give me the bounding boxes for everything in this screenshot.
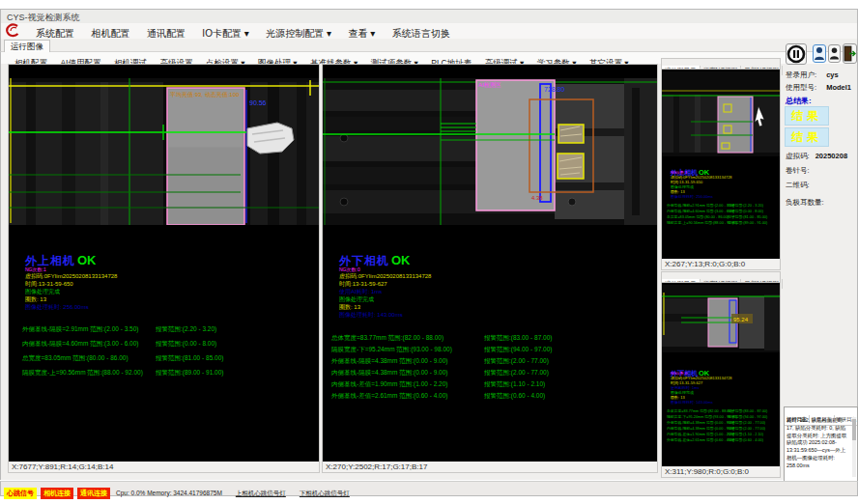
login-user-value: cys bbox=[826, 70, 839, 79]
cpu-memory-text: Cpu: 0.0% Memory: 3424.41796875M bbox=[116, 490, 222, 496]
film-region-box bbox=[718, 97, 753, 153]
ai-region-label: AI检测区 bbox=[478, 81, 501, 88]
small-view-bottom[interactable]: 95.24 外下相机OK NG次数:0 虚拟码:0FYIim2025020813… bbox=[661, 282, 781, 468]
alarm-range: 报警范围:(89.00 - 91.00) bbox=[156, 369, 223, 378]
alarm-range: 报警范围:(94.00 - 97.00) bbox=[484, 346, 552, 354]
small-image-top[interactable] bbox=[662, 71, 780, 156]
virtual-code-field: 虚拟码: 20250208 bbox=[786, 152, 847, 161]
width-overlay-label: 95.24 bbox=[733, 317, 749, 322]
camera-view-lower[interactable]: AI检测区 728.80 4.38 外下相机OK NG次数:0 虚拟码:0FYI… bbox=[322, 64, 658, 463]
result-box-upper: 结果 bbox=[785, 106, 829, 126]
camera-image-upper[interactable]: 平均亮值:93, 动态亮值:100 90.56 bbox=[9, 78, 319, 225]
login-user-field: 登录用户: cys bbox=[786, 70, 839, 80]
camera-image-lower[interactable]: AI检测区 728.80 4.38 bbox=[323, 78, 657, 225]
needle-field: 卷针号: bbox=[786, 166, 810, 176]
measure-row: 外侧基线-隔膜=4.38mm 范围:(0.00 - 9.00) bbox=[331, 357, 447, 366]
brightness-overlay-label: 平均亮值:93, 动态亮值:100 bbox=[170, 91, 240, 98]
camera-lower-title: 外下相机 bbox=[339, 254, 389, 267]
camera-upper-title: 外上相机 bbox=[25, 254, 75, 267]
tab-count-field: 负极耳数量: bbox=[786, 198, 824, 208]
red-overlay-label: 4.38 bbox=[531, 195, 543, 201]
elapsed-line: 图像处理耗时: 256.00ms bbox=[25, 303, 89, 312]
alarm-range: 报警范围:(2.00 - 77.00) bbox=[484, 369, 549, 378]
width-overlay-label: 728.80 bbox=[544, 86, 565, 93]
camera-connect-badge: 相机连接 bbox=[41, 488, 73, 499]
measure-row: 内侧基线-隔膜=4.38mm 范围:(0.00 - 9.00) bbox=[331, 369, 447, 378]
measure-row: 外侧基线-差值=2.61mm 范围:(0.60 - 4.00) bbox=[331, 392, 447, 401]
pause-button[interactable] bbox=[786, 43, 807, 65]
small-view-top[interactable]: 外上相机OK NG次数:1 虚拟码:0FYIim2025020813313472… bbox=[661, 69, 781, 261]
camera-view-upper[interactable]: 平均亮值:93, 动态亮值:100 90.56 外上相机OK NG次数:1 虚拟… bbox=[8, 64, 320, 463]
log-scrollbar[interactable] bbox=[852, 417, 856, 477]
small-image-bottom[interactable]: 95.24 bbox=[662, 285, 780, 352]
camera-upper-status: OK bbox=[77, 253, 97, 267]
status-bar: 心跳信号相机连接通讯连接Cpu: 0.0% Memory: 3424.41796… bbox=[0, 481, 858, 496]
measure-row: 内侧基线-隔膜=4.60mm 范围:(3.00 - 6.00) bbox=[22, 340, 138, 349]
user-icon bbox=[814, 45, 825, 62]
heartbeat-badge: 心跳信号 bbox=[4, 488, 37, 499]
result-box-lower: 结果 bbox=[785, 127, 829, 147]
model-value: Model1 bbox=[826, 83, 851, 92]
alarm-range: 报警范围:(1.10 - 2.10) bbox=[484, 380, 545, 389]
total-result-label: 总结果: bbox=[786, 96, 812, 106]
title-bar bbox=[0, 9, 858, 24]
log-panel: 运行日志设置日志错误日志 耗时: 222, 缺陷检测耗时: 17, 缺陷分类耗时… bbox=[784, 406, 858, 482]
pixel-coords-upper: X:7677;Y:891;R:14;G:14;B:14 bbox=[8, 462, 320, 473]
menu-bar: 系统配置 相机配置 通讯配置 IO卡配置 ▾ 光源控制配置 ▾ 查看 ▾ 系统语… bbox=[0, 23, 858, 39]
user-icon bbox=[829, 45, 840, 62]
main-tab-strip bbox=[0, 39, 858, 52]
alarm-range: 报警范围:(2.00 - 77.00) bbox=[484, 357, 549, 366]
measure-row: 隔膜宽度-下=95.24mm 范围:(93.00 - 98.00) bbox=[331, 346, 452, 354]
log-text: 耗时: 222, 缺陷检测耗时: 17, 缺陷分类耗时: 0, 缺陷提取分类耗时… bbox=[786, 417, 850, 470]
alarm-range: 报警范围:(81.00 - 85.00) bbox=[156, 354, 223, 363]
alarm-range: 报警范围:(0.60 - 4.00) bbox=[484, 392, 545, 401]
exit-door-icon bbox=[844, 44, 856, 63]
comm-connect-badge: 通讯连接 bbox=[77, 488, 110, 499]
qr-field: 二维码: bbox=[786, 181, 810, 190]
virtual-code-value: 20250208 bbox=[815, 152, 847, 160]
measure-row: 总宽度=83.05mm 范围:(80.00 - 86.00) bbox=[22, 354, 129, 363]
exit-button[interactable] bbox=[843, 43, 857, 64]
measure-row: 外侧基线-隔膜=2.91mm 范围:(2.00 - 3.50) bbox=[22, 325, 138, 334]
pixel-coords-small-bottom: X:311;Y:980;R:0;G:0;B:0 bbox=[661, 466, 781, 478]
user-manage-button[interactable] bbox=[828, 44, 841, 63]
elapsed-line: 图像处理耗时: 143.00ms bbox=[339, 311, 403, 320]
model-field[interactable]: 使用型号: Model1 bbox=[786, 83, 851, 93]
camera-lower-status: OK bbox=[391, 253, 411, 267]
measure-row: 隔膜宽度-上=90.56mm 范围:(88.00 - 92.00) bbox=[22, 369, 143, 378]
tab-run-image[interactable]: 运行图像 bbox=[4, 40, 50, 52]
measure-row: 总体宽度=83.77mm 范围:(82.00 - 88.00) bbox=[331, 334, 443, 343]
user-switch-button[interactable] bbox=[813, 44, 826, 63]
upper-camera-heartbeat-link[interactable]: 上相机心跳信号灯 bbox=[236, 490, 286, 498]
width-overlay-label: 90.56 bbox=[249, 99, 267, 106]
log-scroll-thumb[interactable] bbox=[852, 419, 856, 440]
measure-row: 内侧基线-差值=1.90mm 范围:(1.00 - 2.20) bbox=[331, 380, 447, 389]
tab-detect-box-1 bbox=[558, 125, 584, 143]
pixel-coords-small-top: X:267;Y:13;R:0;G:0;B:0 bbox=[661, 259, 781, 270]
pixel-coords-lower: X:270;Y:2502;R:17;G:17;B:17 bbox=[322, 462, 658, 473]
alarm-range: 报警范围:(2.20 - 3.20) bbox=[156, 325, 216, 334]
alarm-range: 报警范围:(83.00 - 87.00) bbox=[484, 334, 552, 343]
lower-camera-heartbeat-link[interactable]: 下相机心跳信号灯 bbox=[300, 490, 350, 498]
alarm-range: 报警范围:(0.00 - 8.00) bbox=[156, 340, 216, 349]
